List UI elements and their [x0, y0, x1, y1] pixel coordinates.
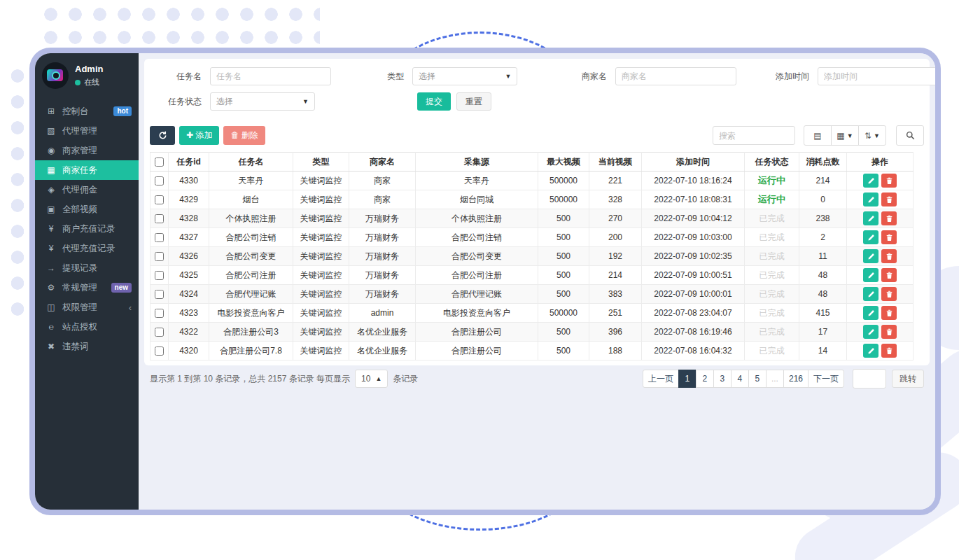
- row-checkbox[interactable]: [155, 252, 164, 261]
- sidebar-item-label: 控制台: [62, 106, 89, 118]
- submit-button[interactable]: 提交: [417, 92, 451, 111]
- camera-logo-icon: [47, 69, 63, 81]
- merchant-name-input[interactable]: [615, 67, 736, 85]
- sidebar-item[interactable]: ⊞控制台hot: [35, 102, 139, 121]
- added-time-cell: 2022-07-10 18:16:24: [642, 172, 745, 190]
- table-row: 4327合肥公司注销关键词监控万瑞财务合肥公司注销5002002022-07-0…: [150, 228, 913, 247]
- column-header: 当前视频: [589, 153, 642, 172]
- row-delete-button[interactable]: [881, 344, 897, 358]
- page-button[interactable]: 下一页: [808, 370, 844, 388]
- row-delete-button[interactable]: [881, 268, 897, 282]
- sidebar-item[interactable]: ¥商户充值记录: [35, 219, 139, 239]
- task-name-input[interactable]: [210, 67, 331, 85]
- page-button[interactable]: 216: [783, 370, 808, 388]
- sidebar-item[interactable]: ▣全部视频: [35, 200, 139, 219]
- task-status-cell: 运行中: [745, 190, 799, 209]
- sidebar-item[interactable]: ✖违禁词: [35, 337, 139, 356]
- task-status-select[interactable]: 选择 ▼: [210, 92, 315, 111]
- add-time-input[interactable]: [818, 67, 939, 85]
- points-cell: 17: [799, 323, 847, 342]
- row-checkbox[interactable]: [155, 271, 164, 280]
- user-name: Admin: [75, 64, 103, 75]
- max-video-cell: 500000: [538, 172, 589, 190]
- refresh-button[interactable]: [150, 126, 175, 145]
- row-delete-button[interactable]: [881, 287, 897, 301]
- sidebar-item-label: 商家管理: [62, 145, 97, 157]
- points-cell: 238: [799, 209, 847, 228]
- task-name-label: 任务名: [151, 71, 202, 83]
- page-button[interactable]: 2: [696, 370, 714, 388]
- sidebar-item[interactable]: ◉商家管理: [35, 141, 139, 160]
- edit-button[interactable]: [863, 287, 878, 301]
- sidebar-item-label: 代理管理: [62, 125, 97, 137]
- sidebar-item[interactable]: ▧代理管理: [35, 121, 139, 141]
- edit-button[interactable]: [863, 249, 878, 263]
- add-button[interactable]: ✚ 添加: [179, 126, 219, 145]
- edit-button[interactable]: [863, 344, 878, 358]
- edit-button[interactable]: [863, 192, 878, 206]
- search-input[interactable]: [713, 126, 795, 145]
- merchant-name-cell: 万瑞财务: [349, 209, 416, 228]
- row-checkbox[interactable]: [155, 195, 164, 204]
- points-cell: 14: [799, 342, 847, 360]
- edit-button[interactable]: [863, 306, 878, 320]
- status-badge: 已完成: [760, 327, 785, 337]
- sidebar-item[interactable]: ◈代理佣金: [35, 180, 139, 200]
- toggle-view-button[interactable]: ▤: [804, 125, 832, 146]
- delete-button[interactable]: 🗑 删除: [223, 126, 265, 145]
- row-delete-button[interactable]: [881, 230, 897, 244]
- type-select[interactable]: 选择 ▼: [412, 67, 517, 85]
- row-delete-button[interactable]: [881, 325, 897, 339]
- sidebar-item[interactable]: →提现记录: [35, 258, 139, 278]
- row-delete-button[interactable]: [881, 306, 897, 320]
- reset-button[interactable]: 重置: [456, 92, 491, 111]
- jump-button[interactable]: 跳转: [892, 370, 924, 388]
- points-cell: 48: [799, 266, 847, 285]
- page-button[interactable]: 上一页: [643, 370, 679, 388]
- edit-button[interactable]: [863, 174, 878, 188]
- user-status-label: 在线: [84, 77, 99, 88]
- select-all-checkbox[interactable]: [155, 158, 164, 167]
- page-button[interactable]: 3: [713, 370, 732, 388]
- sidebar-item[interactable]: ⚙常规管理new: [35, 278, 139, 298]
- add-time-label: 添加时间: [759, 71, 809, 83]
- sidebar-item-label: 商户充值记录: [62, 223, 115, 235]
- current-video-cell: 270: [589, 209, 642, 228]
- max-video-cell: 500000: [538, 304, 589, 323]
- page-button[interactable]: 5: [748, 370, 766, 388]
- page-button[interactable]: 1: [678, 370, 696, 388]
- row-checkbox[interactable]: [155, 309, 164, 318]
- row-checkbox[interactable]: [155, 214, 164, 223]
- caret-down-icon: ▼: [874, 132, 880, 139]
- jump-input[interactable]: [853, 369, 886, 388]
- columns-button[interactable]: ▦▼: [831, 125, 859, 146]
- user-panel: Admin 在线: [35, 53, 139, 96]
- added-time-cell: 2022-07-09 10:00:51: [642, 266, 745, 285]
- row-delete-button[interactable]: [881, 174, 897, 188]
- edit-button[interactable]: [863, 268, 878, 282]
- sidebar-item[interactable]: ▦商家任务: [35, 160, 139, 180]
- export-button[interactable]: ⇅▼: [858, 125, 886, 146]
- sidebar-item[interactable]: ¥代理充值记录: [35, 239, 139, 258]
- table-row: 4330天率丹关键词监控商家天率丹5000002212022-07-10 18:…: [150, 172, 913, 190]
- row-delete-button[interactable]: [881, 211, 897, 225]
- type-label: 类型: [354, 71, 404, 83]
- row-checkbox[interactable]: [155, 346, 164, 356]
- edit-button[interactable]: [863, 230, 878, 244]
- page-button[interactable]: 4: [731, 370, 749, 388]
- task-type-cell: 关键词监控: [293, 304, 349, 323]
- row-delete-button[interactable]: [881, 249, 897, 263]
- sidebar-item[interactable]: ◫权限管理‹: [35, 298, 139, 317]
- row-delete-button[interactable]: [881, 192, 897, 206]
- magnifier-button[interactable]: [896, 125, 924, 146]
- edit-button[interactable]: [863, 325, 878, 339]
- edit-button[interactable]: [863, 211, 878, 225]
- row-checkbox[interactable]: [155, 328, 164, 337]
- page-size-dropdown[interactable]: 10 ▲: [355, 370, 388, 388]
- row-checkbox[interactable]: [155, 290, 164, 299]
- operations-cell: [847, 172, 913, 190]
- row-checkbox[interactable]: [155, 176, 164, 186]
- new-badge: new: [111, 283, 132, 293]
- row-checkbox[interactable]: [155, 233, 164, 242]
- sidebar-item[interactable]: ℮站点授权: [35, 317, 139, 337]
